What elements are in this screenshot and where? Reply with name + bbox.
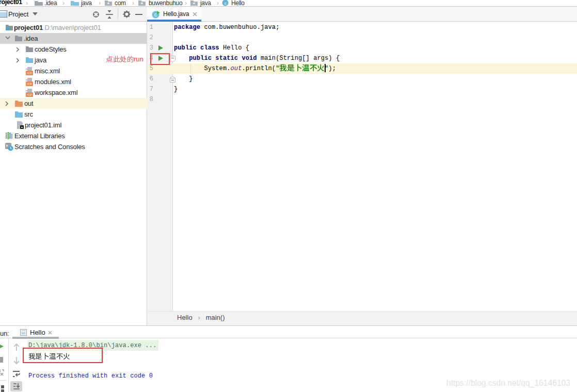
svg-text:<>: <> — [27, 81, 32, 86]
svg-text:c: c — [154, 12, 157, 18]
svg-text:c: c — [225, 1, 227, 6]
svg-text:<>: <> — [27, 92, 32, 97]
svg-text:<>: <> — [27, 71, 32, 75]
